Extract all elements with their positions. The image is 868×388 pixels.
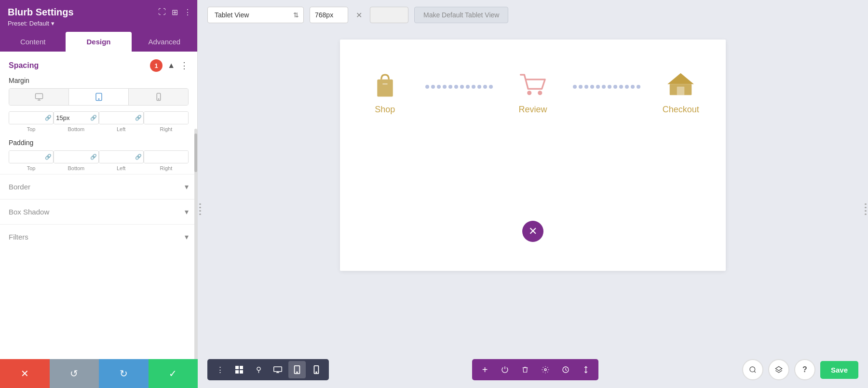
section-controls: 1 ▲ ⋮	[150, 59, 189, 72]
link-pleft-icon[interactable]: 🔗	[134, 154, 143, 160]
cancel-icon: ✕	[21, 368, 29, 379]
resize-icon[interactable]: ⛶	[158, 8, 166, 17]
redo-icon: ↻	[120, 368, 128, 379]
toolbar-settings-btn[interactable]	[537, 361, 554, 378]
margin-right-label: Right	[160, 126, 173, 132]
border-section[interactable]: Border ▾	[0, 174, 197, 199]
check-button[interactable]: ✓	[149, 359, 198, 388]
svg-point-22	[297, 372, 298, 373]
padding-inputs: 🔗 Top 🔗 Bottom 🔗 Left	[9, 150, 189, 171]
padding-left-cell: 🔗 Left	[99, 150, 144, 171]
toolbar-grid-btn[interactable]	[231, 361, 248, 378]
toolbar-timer-btn[interactable]	[557, 361, 574, 378]
link-pbottom-icon[interactable]: 🔗	[89, 154, 98, 160]
toolbar-center: +	[472, 359, 598, 380]
margin-top-cell: 🔗 Top	[9, 111, 54, 132]
search-round-btn[interactable]	[742, 359, 763, 380]
toolbar-add-btn[interactable]: +	[476, 361, 493, 378]
filters-title: Filters	[9, 233, 28, 241]
tab-design[interactable]: Design	[66, 32, 131, 52]
box-shadow-section[interactable]: Box Shadow ▾	[0, 199, 197, 224]
device-tab-tablet[interactable]	[69, 89, 129, 105]
link-top-icon[interactable]: 🔗	[43, 115, 53, 121]
columns-icon[interactable]: ⊞	[172, 8, 178, 17]
margin-left-label: Left	[117, 126, 125, 132]
view-select[interactable]: Tablet View Desktop View Mobile View	[207, 7, 304, 23]
border-title: Border	[9, 183, 30, 191]
padding-right-input[interactable]	[144, 151, 188, 163]
link-bottom-icon[interactable]: 🔗	[89, 115, 98, 121]
device-tab-mobile[interactable]	[129, 89, 188, 105]
margin-right-cell: Right	[144, 111, 189, 132]
spacing-badge: 1	[150, 59, 163, 72]
top-bar: Tablet View Desktop View Mobile View ⇅ ✕…	[198, 0, 868, 30]
scrollbar-thumb[interactable]	[194, 134, 197, 172]
padding-top-input[interactable]	[9, 151, 43, 163]
svg-point-4	[98, 99, 99, 100]
link-ptop-icon[interactable]: 🔗	[43, 154, 53, 160]
margin-bottom-cell: 🔗 Bottom	[54, 111, 98, 132]
save-button[interactable]: Save	[820, 361, 858, 379]
padding-left-input[interactable]	[99, 151, 134, 163]
drag-handle-left[interactable]	[199, 195, 202, 224]
panel-body: Spacing 1 ▲ ⋮ Margin	[0, 52, 197, 388]
toolbar-tablet-btn[interactable]	[288, 361, 306, 378]
cancel-button[interactable]: ✕	[0, 359, 50, 388]
undo-button[interactable]: ↺	[50, 359, 99, 388]
review-label: Review	[518, 105, 547, 115]
svg-point-28	[750, 367, 755, 372]
help-round-btn[interactable]: ?	[794, 359, 815, 380]
dots-separator-1	[425, 85, 493, 98]
padding-label: Padding	[0, 139, 197, 150]
toolbar-more-btn[interactable]: ⋮	[211, 361, 229, 378]
more-dots-icon[interactable]: ⋮	[180, 60, 189, 71]
margin-inputs: 🔗 Top 🔗 Bottom 🔗 Left	[9, 111, 189, 132]
right-area: Tablet View Desktop View Mobile View ⇅ ✕…	[198, 0, 868, 388]
more-icon[interactable]: ⋮	[184, 8, 191, 17]
link-left-icon[interactable]: 🔗	[134, 115, 143, 121]
toolbar-search-btn[interactable]: ⚲	[250, 361, 267, 378]
margin-left-input[interactable]	[99, 112, 134, 124]
margin-top-label: Top	[27, 126, 36, 132]
toolbar-power-btn[interactable]	[496, 361, 514, 378]
left-panel: Blurb Settings Preset: Default ▾ ⛶ ⊞ ⋮ C…	[0, 0, 198, 388]
chevron-up-icon[interactable]: ▲	[167, 61, 175, 70]
spacing-title: Spacing	[9, 61, 39, 70]
second-px-input[interactable]	[370, 7, 408, 23]
scrollbar-track	[194, 129, 197, 370]
tab-advanced[interactable]: Advanced	[132, 32, 197, 52]
filters-section[interactable]: Filters ▾	[0, 224, 197, 249]
blurb-item-checkout: Checkout	[645, 68, 716, 115]
margin-top-input[interactable]	[9, 112, 43, 124]
tab-content[interactable]: Content	[0, 32, 66, 52]
blurb-row: Shop Review	[350, 59, 716, 124]
box-shadow-chevron-icon: ▾	[185, 207, 189, 216]
canvas-frame: Shop Review	[340, 40, 726, 271]
canvas-bottom: ⋮ ⚲ +	[198, 359, 868, 380]
svg-point-24	[316, 372, 317, 373]
svg-rect-16	[235, 370, 239, 374]
device-tab-desktop[interactable]	[9, 89, 69, 105]
svg-line-29	[754, 371, 756, 373]
margin-right-input[interactable]	[144, 112, 188, 124]
layers-round-btn[interactable]	[768, 359, 789, 380]
margin-bottom-input[interactable]	[54, 112, 88, 124]
panel-preset[interactable]: Preset: Default ▾	[8, 20, 190, 27]
drag-handle-right[interactable]	[864, 195, 867, 224]
redo-button[interactable]: ↻	[99, 359, 149, 388]
padding-bottom-input[interactable]	[54, 151, 88, 163]
clear-button[interactable]: ✕	[354, 11, 364, 20]
check-icon: ✓	[169, 368, 177, 379]
svg-rect-0	[35, 94, 42, 99]
px-input[interactable]	[310, 7, 348, 23]
toolbar-arrows-btn[interactable]	[577, 361, 595, 378]
canvas-close-button[interactable]: ✕	[522, 221, 543, 242]
svg-point-6	[158, 99, 159, 100]
spacing-section-header: Spacing 1 ▲ ⋮	[0, 52, 197, 77]
toolbar-mobile-btn[interactable]	[308, 361, 325, 378]
toolbar-desktop-btn[interactable]	[269, 361, 286, 378]
panel-header: Blurb Settings Preset: Default ▾ ⛶ ⊞ ⋮	[0, 0, 197, 32]
padding-bottom-cell: 🔗 Bottom	[54, 150, 98, 171]
toolbar-delete-btn[interactable]	[516, 361, 534, 378]
make-default-button[interactable]: Make Default Tablet View	[414, 7, 508, 23]
